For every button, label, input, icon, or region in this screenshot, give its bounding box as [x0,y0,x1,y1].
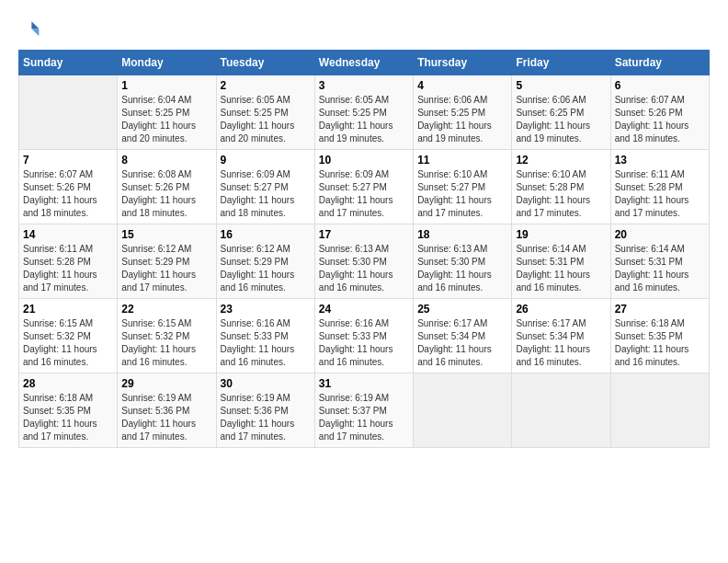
calendar-header: SundayMondayTuesdayWednesdayThursdayFrid… [19,51,710,75]
calendar-cell: 28Sunrise: 6:18 AMSunset: 5:35 PMDayligh… [19,373,118,448]
day-number: 3 [319,79,409,92]
day-number: 30 [221,377,311,390]
day-info: Sunrise: 6:18 AMSunset: 5:35 PMDaylight:… [615,317,705,369]
calendar-cell: 21Sunrise: 6:15 AMSunset: 5:32 PMDayligh… [19,299,118,373]
day-number: 4 [417,79,507,92]
week-row-1: 1Sunrise: 6:04 AMSunset: 5:25 PMDaylight… [19,75,710,150]
calendar-cell: 5Sunrise: 6:06 AMSunset: 6:25 PMDaylight… [512,75,610,150]
calendar-cell: 8Sunrise: 6:08 AMSunset: 5:26 PMDaylight… [118,150,216,224]
day-info: Sunrise: 6:15 AMSunset: 5:32 PMDaylight:… [121,317,211,369]
day-number: 5 [516,79,606,92]
week-row-5: 28Sunrise: 6:18 AMSunset: 5:35 PMDayligh… [19,373,710,448]
day-info: Sunrise: 6:11 AMSunset: 5:28 PMDaylight:… [615,168,705,220]
day-info: Sunrise: 6:05 AMSunset: 5:25 PMDaylight:… [221,94,311,145]
day-number: 12 [516,154,606,167]
day-info: Sunrise: 6:13 AMSunset: 5:30 PMDaylight:… [319,243,409,294]
calendar-cell: 27Sunrise: 6:18 AMSunset: 5:35 PMDayligh… [610,299,709,373]
day-info: Sunrise: 6:12 AMSunset: 5:29 PMDaylight:… [121,243,211,294]
day-info: Sunrise: 6:17 AMSunset: 5:34 PMDaylight:… [417,317,507,369]
calendar-cell: 26Sunrise: 6:17 AMSunset: 5:34 PMDayligh… [512,299,610,373]
day-info: Sunrise: 6:09 AMSunset: 5:27 PMDaylight:… [319,168,409,220]
header-cell-thursday: Thursday [414,51,512,75]
calendar-cell: 18Sunrise: 6:13 AMSunset: 5:30 PMDayligh… [414,224,512,299]
day-number: 23 [221,303,311,316]
day-info: Sunrise: 6:10 AMSunset: 5:28 PMDaylight:… [516,168,606,220]
calendar-cell: 13Sunrise: 6:11 AMSunset: 5:28 PMDayligh… [610,150,709,224]
day-number: 28 [23,377,113,390]
day-number: 25 [417,303,507,316]
day-info: Sunrise: 6:11 AMSunset: 5:28 PMDaylight:… [23,243,113,294]
week-row-2: 7Sunrise: 6:07 AMSunset: 5:26 PMDaylight… [19,150,710,224]
header-cell-saturday: Saturday [610,51,709,75]
day-number: 1 [121,79,211,92]
day-info: Sunrise: 6:19 AMSunset: 5:37 PMDaylight:… [319,392,409,443]
day-info: Sunrise: 6:16 AMSunset: 5:33 PMDaylight:… [319,317,409,369]
day-info: Sunrise: 6:16 AMSunset: 5:33 PMDaylight:… [221,317,311,369]
day-number: 22 [121,303,211,316]
calendar-cell: 4Sunrise: 6:06 AMSunset: 5:25 PMDaylight… [414,75,512,150]
calendar-cell: 15Sunrise: 6:12 AMSunset: 5:29 PMDayligh… [118,224,216,299]
calendar-cell [414,373,512,448]
day-number: 13 [615,154,705,167]
day-info: Sunrise: 6:14 AMSunset: 5:31 PMDaylight:… [615,243,705,294]
day-number: 24 [319,303,409,316]
header-row: SundayMondayTuesdayWednesdayThursdayFrid… [19,51,710,75]
calendar-cell: 16Sunrise: 6:12 AMSunset: 5:29 PMDayligh… [216,224,314,299]
day-info: Sunrise: 6:10 AMSunset: 5:27 PMDaylight:… [417,168,507,220]
calendar-cell: 3Sunrise: 6:05 AMSunset: 5:25 PMDaylight… [314,75,413,150]
logo [18,18,44,40]
day-info: Sunrise: 6:15 AMSunset: 5:32 PMDaylight:… [23,317,113,369]
day-info: Sunrise: 6:07 AMSunset: 5:26 PMDaylight:… [615,94,705,145]
calendar-cell [610,373,709,448]
calendar-cell: 14Sunrise: 6:11 AMSunset: 5:28 PMDayligh… [19,224,118,299]
day-number: 20 [615,228,705,241]
day-info: Sunrise: 6:09 AMSunset: 5:27 PMDaylight:… [221,168,311,220]
calendar-table: SundayMondayTuesdayWednesdayThursdayFrid… [18,50,710,448]
header-cell-sunday: Sunday [19,51,118,75]
calendar-cell: 9Sunrise: 6:09 AMSunset: 5:27 PMDaylight… [216,150,314,224]
calendar-cell: 11Sunrise: 6:10 AMSunset: 5:27 PMDayligh… [414,150,512,224]
day-number: 2 [221,79,311,92]
calendar-cell: 23Sunrise: 6:16 AMSunset: 5:33 PMDayligh… [216,299,314,373]
day-info: Sunrise: 6:06 AMSunset: 6:25 PMDaylight:… [516,94,606,145]
header-cell-monday: Monday [118,51,216,75]
day-number: 29 [121,377,211,390]
day-info: Sunrise: 6:06 AMSunset: 5:25 PMDaylight:… [417,94,507,145]
day-number: 27 [615,303,705,316]
day-info: Sunrise: 6:14 AMSunset: 5:31 PMDaylight:… [516,243,606,294]
day-number: 9 [221,154,311,167]
day-info: Sunrise: 6:12 AMSunset: 5:29 PMDaylight:… [221,243,311,294]
calendar-cell: 25Sunrise: 6:17 AMSunset: 5:34 PMDayligh… [414,299,512,373]
day-number: 6 [615,79,705,92]
calendar-cell: 6Sunrise: 6:07 AMSunset: 5:26 PMDaylight… [610,75,709,150]
day-number: 8 [121,154,211,167]
week-row-3: 14Sunrise: 6:11 AMSunset: 5:28 PMDayligh… [19,224,710,299]
week-row-4: 21Sunrise: 6:15 AMSunset: 5:32 PMDayligh… [19,299,710,373]
logo-icon [18,18,40,40]
day-info: Sunrise: 6:08 AMSunset: 5:26 PMDaylight:… [121,168,211,220]
calendar-cell: 20Sunrise: 6:14 AMSunset: 5:31 PMDayligh… [610,224,709,299]
day-info: Sunrise: 6:04 AMSunset: 5:25 PMDaylight:… [121,94,211,145]
header-cell-friday: Friday [512,51,610,75]
calendar-cell [512,373,610,448]
day-number: 26 [516,303,606,316]
calendar-cell: 24Sunrise: 6:16 AMSunset: 5:33 PMDayligh… [314,299,413,373]
day-number: 31 [319,377,409,390]
day-info: Sunrise: 6:05 AMSunset: 5:25 PMDaylight:… [319,94,409,145]
day-number: 14 [23,228,113,241]
day-info: Sunrise: 6:18 AMSunset: 5:35 PMDaylight:… [23,392,113,443]
day-number: 19 [516,228,606,241]
header [18,18,710,40]
calendar-cell: 19Sunrise: 6:14 AMSunset: 5:31 PMDayligh… [512,224,610,299]
calendar-cell: 1Sunrise: 6:04 AMSunset: 5:25 PMDaylight… [118,75,216,150]
day-number: 11 [417,154,507,167]
day-number: 21 [23,303,113,316]
header-cell-wednesday: Wednesday [314,51,413,75]
calendar-cell: 10Sunrise: 6:09 AMSunset: 5:27 PMDayligh… [314,150,413,224]
day-info: Sunrise: 6:19 AMSunset: 5:36 PMDaylight:… [121,392,211,443]
day-info: Sunrise: 6:19 AMSunset: 5:36 PMDaylight:… [221,392,311,443]
calendar-cell: 31Sunrise: 6:19 AMSunset: 5:37 PMDayligh… [314,373,413,448]
calendar-body: 1Sunrise: 6:04 AMSunset: 5:25 PMDaylight… [19,75,710,448]
calendar-cell: 30Sunrise: 6:19 AMSunset: 5:36 PMDayligh… [216,373,314,448]
day-number: 16 [221,228,311,241]
